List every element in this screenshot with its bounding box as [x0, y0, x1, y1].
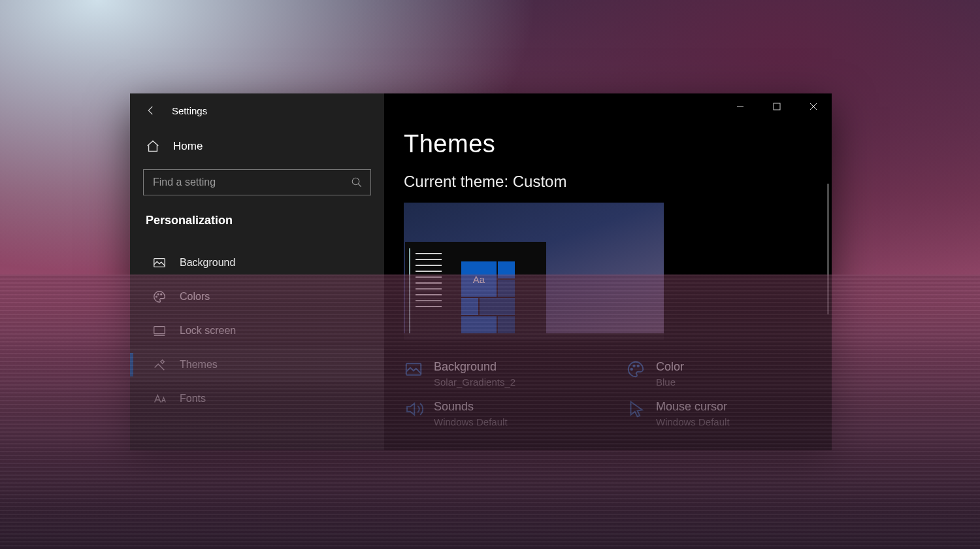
minimize-button[interactable]	[722, 93, 759, 120]
theme-option-sounds[interactable]: Sounds Windows Default	[404, 399, 600, 427]
sound-icon	[404, 399, 423, 419]
option-label: Color	[656, 359, 684, 374]
nav-item-label: Themes	[180, 359, 218, 371]
theme-option-background[interactable]: Background Solar_Gradients_2	[404, 359, 600, 388]
search-input-container[interactable]	[143, 169, 371, 195]
settings-window: Settings Home Personalization Background…	[130, 93, 832, 450]
option-value: Blue	[656, 376, 684, 388]
option-label: Sounds	[434, 399, 508, 414]
cursor-icon	[626, 399, 645, 419]
app-title: Settings	[172, 105, 207, 116]
close-icon	[809, 103, 817, 110]
preview-menu-lines	[409, 248, 444, 333]
option-value: Solar_Gradients_2	[434, 376, 515, 388]
preview-tile	[498, 316, 515, 333]
option-value: Windows Default	[656, 416, 730, 427]
preview-tile	[480, 298, 515, 315]
nav-item-label: Colors	[180, 291, 210, 303]
fonts-icon	[152, 391, 167, 406]
maximize-icon	[773, 103, 781, 110]
nav-item-label: Lock screen	[180, 325, 236, 337]
page-title: Themes	[404, 130, 832, 158]
maximize-button[interactable]	[759, 93, 795, 120]
nav-item-label: Fonts	[180, 393, 206, 405]
preview-tile	[461, 298, 478, 315]
preview-tile	[498, 261, 515, 278]
titlebar-left: Settings	[130, 99, 384, 130]
scrollbar[interactable]	[827, 184, 829, 314]
picture-icon	[152, 256, 167, 270]
close-button[interactable]	[795, 93, 832, 120]
arrow-left-icon	[145, 105, 157, 116]
current-theme-label: Current theme: Custom	[404, 173, 832, 191]
nav-item-colors[interactable]: Colors	[130, 280, 384, 314]
theme-option-color[interactable]: Color Blue	[626, 359, 822, 388]
svg-point-3	[157, 293, 159, 295]
svg-point-2	[156, 296, 157, 297]
svg-point-10	[638, 365, 640, 367]
picture-icon	[404, 359, 423, 379]
palette-icon	[152, 290, 167, 304]
svg-point-0	[352, 178, 359, 185]
lock-screen-icon	[152, 324, 167, 338]
svg-point-9	[633, 365, 635, 367]
home-icon	[146, 139, 160, 154]
svg-point-8	[631, 369, 633, 371]
preview-tile-big: Aa	[461, 261, 497, 297]
window-controls	[722, 93, 832, 120]
back-button[interactable]	[143, 103, 159, 118]
preview-start-menu: Aa	[405, 242, 546, 339]
home-button[interactable]: Home	[130, 130, 384, 163]
nav-item-label: Background	[180, 257, 235, 269]
nav-list: Background Colors Lock screen Themes Fon…	[130, 246, 384, 416]
nav-item-fonts[interactable]: Fonts	[130, 382, 384, 416]
svg-rect-6	[774, 103, 780, 110]
svg-rect-5	[154, 327, 165, 334]
palette-icon	[626, 359, 645, 379]
minimize-icon	[736, 103, 744, 110]
nav-item-background[interactable]: Background	[130, 246, 384, 280]
svg-point-4	[161, 293, 162, 295]
home-label: Home	[173, 140, 203, 153]
themes-icon	[152, 358, 167, 372]
nav-item-lock-screen[interactable]: Lock screen	[130, 314, 384, 348]
preview-tile-text: Aa	[473, 274, 485, 285]
preview-tile	[498, 280, 515, 297]
section-title: Personalization	[130, 199, 384, 234]
preview-taskbar	[404, 333, 664, 340]
sidebar: Settings Home Personalization Background…	[130, 93, 384, 450]
option-value: Windows Default	[434, 416, 508, 427]
option-label: Mouse cursor	[656, 399, 730, 414]
option-label: Background	[434, 359, 515, 374]
search-input[interactable]	[144, 176, 370, 188]
nav-item-themes[interactable]: Themes	[130, 348, 384, 382]
preview-tile	[461, 316, 497, 333]
search-icon	[351, 176, 363, 191]
theme-option-cursor[interactable]: Mouse cursor Windows Default	[626, 399, 822, 427]
main-pane: Themes Current theme: Custom Aa	[384, 93, 832, 450]
theme-preview: Aa	[404, 203, 664, 340]
theme-options: Background Solar_Gradients_2 Color Blue	[404, 359, 832, 427]
